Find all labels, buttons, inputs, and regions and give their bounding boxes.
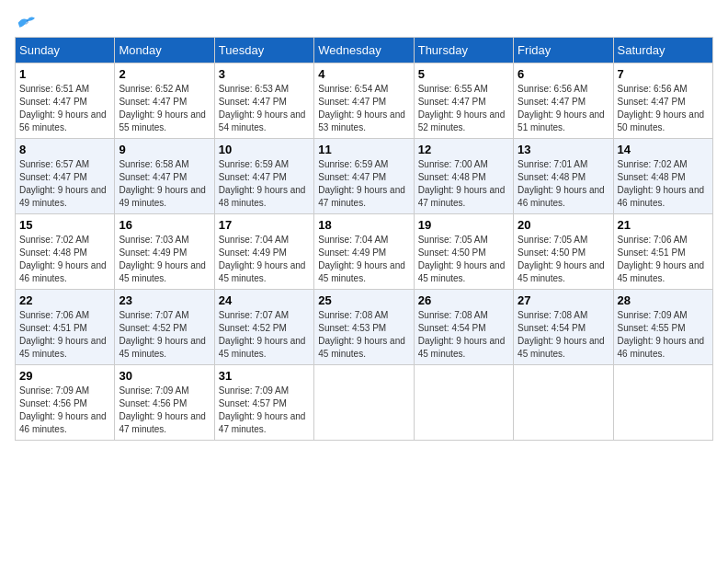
calendar-day-cell: 5 Sunrise: 6:55 AM Sunset: 4:47 PM Dayli… <box>414 63 513 139</box>
calendar-day-cell: 3 Sunrise: 6:53 AM Sunset: 4:47 PM Dayli… <box>214 63 313 139</box>
calendar-week-row: 15 Sunrise: 7:02 AM Sunset: 4:48 PM Dayl… <box>16 214 713 290</box>
calendar-day-cell <box>414 365 513 441</box>
calendar-day-cell: 23 Sunrise: 7:07 AM Sunset: 4:52 PM Dayl… <box>115 290 214 365</box>
calendar-day-cell: 19 Sunrise: 7:05 AM Sunset: 4:50 PM Dayl… <box>414 214 513 290</box>
calendar-day-cell: 24 Sunrise: 7:07 AM Sunset: 4:52 PM Dayl… <box>214 290 313 365</box>
day-info: Sunrise: 7:04 AM Sunset: 4:49 PM Dayligh… <box>219 234 310 285</box>
calendar-week-row: 1 Sunrise: 6:51 AM Sunset: 4:47 PM Dayli… <box>16 63 713 139</box>
day-number: 5 <box>418 67 509 81</box>
day-info: Sunrise: 7:09 AM Sunset: 4:57 PM Dayligh… <box>219 385 310 436</box>
page-header <box>15 15 713 29</box>
day-info: Sunrise: 6:54 AM Sunset: 4:47 PM Dayligh… <box>318 83 409 134</box>
day-number: 2 <box>119 67 210 81</box>
day-number: 30 <box>119 369 210 383</box>
day-number: 25 <box>318 293 409 307</box>
calendar-day-cell: 10 Sunrise: 6:59 AM Sunset: 4:47 PM Dayl… <box>214 139 313 214</box>
day-number: 19 <box>418 218 509 232</box>
calendar-day-cell: 16 Sunrise: 7:03 AM Sunset: 4:49 PM Dayl… <box>115 214 214 290</box>
day-info: Sunrise: 7:06 AM Sunset: 4:51 PM Dayligh… <box>618 234 709 285</box>
calendar-day-cell: 1 Sunrise: 6:51 AM Sunset: 4:47 PM Dayli… <box>16 63 115 139</box>
day-number: 14 <box>618 143 709 156</box>
calendar-day-cell: 28 Sunrise: 7:09 AM Sunset: 4:55 PM Dayl… <box>613 290 712 365</box>
day-number: 22 <box>19 293 110 307</box>
day-info: Sunrise: 6:58 AM Sunset: 4:47 PM Dayligh… <box>119 158 210 210</box>
day-info: Sunrise: 6:53 AM Sunset: 4:47 PM Dayligh… <box>219 83 310 134</box>
day-info: Sunrise: 6:52 AM Sunset: 4:47 PM Dayligh… <box>119 83 210 134</box>
calendar-day-cell: 12 Sunrise: 7:00 AM Sunset: 4:48 PM Dayl… <box>414 139 513 214</box>
day-info: Sunrise: 7:02 AM Sunset: 4:48 PM Dayligh… <box>618 158 709 210</box>
calendar-day-cell: 11 Sunrise: 6:59 AM Sunset: 4:47 PM Dayl… <box>314 139 414 214</box>
weekday-header: Friday <box>514 38 613 63</box>
day-number: 9 <box>119 143 210 156</box>
day-number: 4 <box>318 67 409 81</box>
day-info: Sunrise: 7:07 AM Sunset: 4:52 PM Dayligh… <box>119 309 210 361</box>
day-info: Sunrise: 6:57 AM Sunset: 4:47 PM Dayligh… <box>19 158 110 210</box>
day-number: 15 <box>19 218 110 232</box>
weekday-header: Wednesday <box>314 38 414 63</box>
calendar-day-cell: 27 Sunrise: 7:08 AM Sunset: 4:54 PM Dayl… <box>514 290 613 365</box>
day-info: Sunrise: 7:02 AM Sunset: 4:48 PM Dayligh… <box>19 234 110 285</box>
day-number: 8 <box>19 143 110 156</box>
calendar-day-cell: 4 Sunrise: 6:54 AM Sunset: 4:47 PM Dayli… <box>314 63 414 139</box>
day-number: 21 <box>618 218 709 232</box>
calendar-day-cell <box>314 365 414 441</box>
day-info: Sunrise: 7:03 AM Sunset: 4:49 PM Dayligh… <box>119 234 210 285</box>
day-number: 18 <box>318 218 409 232</box>
calendar-day-cell: 22 Sunrise: 7:06 AM Sunset: 4:51 PM Dayl… <box>16 290 115 365</box>
day-info: Sunrise: 6:59 AM Sunset: 4:47 PM Dayligh… <box>219 158 310 210</box>
weekday-header: Tuesday <box>214 38 313 63</box>
calendar-day-cell: 18 Sunrise: 7:04 AM Sunset: 4:49 PM Dayl… <box>314 214 414 290</box>
weekday-header: Thursday <box>414 38 513 63</box>
calendar-day-cell: 13 Sunrise: 7:01 AM Sunset: 4:48 PM Dayl… <box>514 139 613 214</box>
day-number: 20 <box>518 218 609 232</box>
weekday-header: Saturday <box>613 38 712 63</box>
calendar-day-cell: 20 Sunrise: 7:05 AM Sunset: 4:50 PM Dayl… <box>514 214 613 290</box>
day-number: 28 <box>618 293 709 307</box>
day-info: Sunrise: 7:09 AM Sunset: 4:56 PM Dayligh… <box>19 385 110 436</box>
day-info: Sunrise: 7:08 AM Sunset: 4:54 PM Dayligh… <box>418 309 509 361</box>
day-number: 16 <box>119 218 210 232</box>
day-number: 24 <box>219 293 310 307</box>
calendar-week-row: 8 Sunrise: 6:57 AM Sunset: 4:47 PM Dayli… <box>16 139 713 214</box>
day-info: Sunrise: 7:01 AM Sunset: 4:48 PM Dayligh… <box>518 158 609 210</box>
day-number: 10 <box>219 143 310 156</box>
calendar-day-cell: 15 Sunrise: 7:02 AM Sunset: 4:48 PM Dayl… <box>16 214 115 290</box>
day-info: Sunrise: 6:51 AM Sunset: 4:47 PM Dayligh… <box>19 83 110 134</box>
calendar-day-cell: 30 Sunrise: 7:09 AM Sunset: 4:56 PM Dayl… <box>115 365 214 441</box>
day-number: 1 <box>19 67 110 81</box>
day-info: Sunrise: 6:59 AM Sunset: 4:47 PM Dayligh… <box>318 158 409 210</box>
day-info: Sunrise: 7:06 AM Sunset: 4:51 PM Dayligh… <box>19 309 110 361</box>
calendar-day-cell: 8 Sunrise: 6:57 AM Sunset: 4:47 PM Dayli… <box>16 139 115 214</box>
calendar-week-row: 29 Sunrise: 7:09 AM Sunset: 4:56 PM Dayl… <box>16 365 713 441</box>
calendar-day-cell: 6 Sunrise: 6:56 AM Sunset: 4:47 PM Dayli… <box>514 63 613 139</box>
calendar-day-cell: 14 Sunrise: 7:02 AM Sunset: 4:48 PM Dayl… <box>613 139 712 214</box>
calendar-day-cell <box>514 365 613 441</box>
day-number: 27 <box>518 293 609 307</box>
calendar-day-cell: 2 Sunrise: 6:52 AM Sunset: 4:47 PM Dayli… <box>115 63 214 139</box>
calendar-day-cell: 31 Sunrise: 7:09 AM Sunset: 4:57 PM Dayl… <box>214 365 313 441</box>
calendar-day-cell: 21 Sunrise: 7:06 AM Sunset: 4:51 PM Dayl… <box>613 214 712 290</box>
day-number: 6 <box>518 67 609 81</box>
day-number: 7 <box>618 67 709 81</box>
logo <box>15 15 35 29</box>
calendar-day-cell: 17 Sunrise: 7:04 AM Sunset: 4:49 PM Dayl… <box>214 214 313 290</box>
day-info: Sunrise: 6:55 AM Sunset: 4:47 PM Dayligh… <box>418 83 509 134</box>
day-number: 13 <box>518 143 609 156</box>
day-info: Sunrise: 7:09 AM Sunset: 4:55 PM Dayligh… <box>618 309 709 361</box>
day-number: 26 <box>418 293 509 307</box>
calendar-week-row: 22 Sunrise: 7:06 AM Sunset: 4:51 PM Dayl… <box>16 290 713 365</box>
day-number: 12 <box>418 143 509 156</box>
calendar-day-cell: 25 Sunrise: 7:08 AM Sunset: 4:53 PM Dayl… <box>314 290 414 365</box>
day-number: 23 <box>119 293 210 307</box>
calendar-day-cell <box>613 365 712 441</box>
day-info: Sunrise: 7:04 AM Sunset: 4:49 PM Dayligh… <box>318 234 409 285</box>
day-info: Sunrise: 7:09 AM Sunset: 4:56 PM Dayligh… <box>119 385 210 436</box>
calendar-day-cell: 7 Sunrise: 6:56 AM Sunset: 4:47 PM Dayli… <box>613 63 712 139</box>
day-info: Sunrise: 7:08 AM Sunset: 4:54 PM Dayligh… <box>518 309 609 361</box>
day-number: 11 <box>318 143 409 156</box>
day-info: Sunrise: 7:07 AM Sunset: 4:52 PM Dayligh… <box>219 309 310 361</box>
weekday-header-row: SundayMondayTuesdayWednesdayThursdayFrid… <box>16 38 713 63</box>
day-info: Sunrise: 7:05 AM Sunset: 4:50 PM Dayligh… <box>518 234 609 285</box>
day-number: 31 <box>219 369 310 383</box>
day-info: Sunrise: 7:08 AM Sunset: 4:53 PM Dayligh… <box>318 309 409 361</box>
